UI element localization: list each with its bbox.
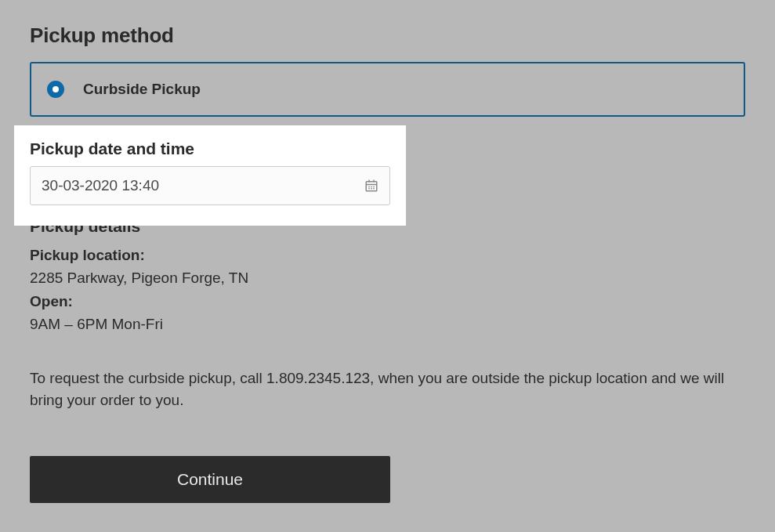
pickup-datetime-title: Pickup date and time bbox=[30, 139, 390, 158]
pickup-datetime-field[interactable] bbox=[30, 166, 390, 205]
radio-selected-icon bbox=[47, 81, 64, 98]
pickup-method-title: Pickup method bbox=[30, 24, 745, 48]
calendar-icon bbox=[364, 179, 378, 193]
pickup-datetime-panel: Pickup date and time bbox=[14, 125, 406, 226]
pickup-open-value: 9AM – 6PM Mon-Fri bbox=[30, 313, 745, 335]
pickup-instructions: To request the curbside pickup, call 1.8… bbox=[30, 367, 745, 412]
pickup-datetime-input[interactable] bbox=[42, 177, 364, 194]
pickup-method-option-label: Curbside Pickup bbox=[83, 81, 201, 98]
pickup-method-option[interactable]: Curbside Pickup bbox=[30, 62, 745, 117]
pickup-location-label: Pickup location: bbox=[30, 244, 745, 266]
pickup-location-value: 2285 Parkway, Pigeon Forge, TN bbox=[30, 266, 745, 289]
pickup-open-label: Open: bbox=[30, 290, 745, 313]
continue-button[interactable]: Continue bbox=[30, 456, 390, 503]
